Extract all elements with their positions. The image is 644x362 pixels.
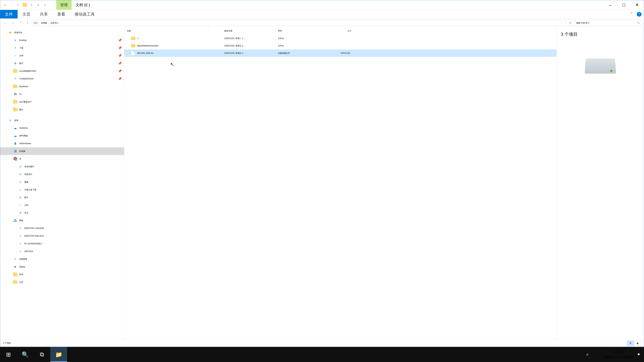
nav-forward-button[interactable]: →: [10, 20, 16, 26]
action-center-icon[interactable]: 💬: [638, 353, 640, 356]
column-date[interactable]: 修改日期: [222, 29, 275, 32]
nav-excel-folder[interactable]: excel表格制作求和📌: [0, 67, 124, 75]
nav-libraries[interactable]: 📚库: [0, 155, 124, 163]
star-icon: ★: [8, 30, 12, 35]
status-bar: 3 个项目 ☰ ▦: [0, 339, 644, 347]
nav-network[interactable]: 🖧网络: [0, 217, 124, 224]
close-x-icon[interactable]: ✕: [29, 2, 34, 7]
onedrive-icon: ☁: [13, 126, 18, 130]
gear-icon[interactable]: ⚙: [36, 2, 41, 7]
tab-share[interactable]: 共享: [35, 10, 52, 18]
list-row[interactable]: 1 2020/12/15, 星期二 1... 文件夹: [124, 35, 556, 42]
taskbar-clock[interactable]: 16:32 2020/12/25, 星期五: [605, 350, 634, 359]
nav-desktop[interactable]: 🖥Desktop📌: [0, 36, 124, 44]
nav-admin[interactable]: 👤Administrator: [0, 140, 124, 147]
nav-net-pc2[interactable]: 🖥DESKTOP-NJEU3CG: [0, 232, 124, 240]
nav-onedrive[interactable]: ☁OneDrive: [0, 124, 124, 132]
nav-pictures2[interactable]: 图片: [0, 106, 124, 113]
qat-sep: |: [9, 2, 14, 7]
list-row-selected[interactable]: Win7x64_2020.iso 2020/12/25, 星期五 1... 光盘…: [124, 49, 556, 57]
checkbox-icon[interactable]: ☑: [16, 2, 21, 7]
nav-up-button[interactable]: ↑: [25, 20, 31, 26]
nav-tianyi[interactable]: ☁天翼云盘下载: [0, 186, 124, 194]
document-icon: 📄: [18, 203, 23, 207]
ribbon-expand-icon[interactable]: ˅: [628, 10, 636, 18]
tray-overflow-icon[interactable]: ˄: [581, 353, 582, 356]
qat-dropdown-icon[interactable]: ▾: [42, 2, 48, 7]
nav-camera-roll[interactable]: 🖼本机照片: [0, 170, 124, 178]
nav-gdrive[interactable]: 💾G:\: [0, 90, 124, 98]
list-row[interactable]: BaiduNetdiskDownload 2020/12/25, 星期五 1..…: [124, 42, 556, 49]
refresh-icon[interactable]: ⟳: [568, 20, 573, 26]
chevron-right-icon[interactable]: ›: [39, 22, 40, 24]
column-type[interactable]: 类型: [275, 29, 320, 32]
address-dropdown-icon[interactable]: ˅: [563, 20, 568, 26]
column-size[interactable]: 大小: [320, 29, 354, 32]
nav-video[interactable]: 🎞视频: [0, 178, 124, 186]
column-name[interactable]: 名称˄: [124, 29, 222, 32]
user-icon: 👤: [13, 141, 18, 146]
chevron-right-icon-2[interactable]: ›: [48, 22, 49, 24]
nav-software[interactable]: 软件: [0, 271, 124, 278]
file-list[interactable]: 名称˄ 修改日期 类型 大小 1 2020/12/15, 星期二 1... 文件…: [124, 27, 556, 339]
window-buttons: – ▢ ✕: [604, 2, 644, 8]
tab-file[interactable]: 文件: [0, 10, 18, 18]
search-button[interactable]: 🔍: [17, 347, 34, 362]
minimize-button[interactable]: –: [604, 2, 617, 8]
icons-view-toggle[interactable]: ▦: [634, 341, 641, 346]
status-item-count: 3 个项目: [3, 342, 11, 345]
nav-win7[interactable]: win7重装win7: [0, 98, 124, 106]
control-panel-icon: 🛠: [13, 257, 18, 261]
help-button[interactable]: ?: [636, 10, 642, 18]
start-button[interactable]: ⊞: [0, 347, 17, 362]
nav-wps[interactable]: ☁WPS网盘: [0, 132, 124, 140]
nav-recent-dropdown[interactable]: ˅: [17, 20, 23, 26]
nav-music[interactable]: 🎵音乐: [0, 209, 124, 217]
chevron-right-icon-3[interactable]: ›: [60, 22, 60, 24]
folder-icon: [131, 44, 135, 47]
folder-icon: [13, 69, 18, 73]
nav-control-panel[interactable]: 🛠控制面板: [0, 255, 124, 263]
clock-time: 16:32: [605, 350, 634, 355]
volume-icon[interactable]: 🔊: [586, 353, 589, 356]
nav-quick-access[interactable]: ★快速访问: [0, 29, 124, 36]
nav-downloads[interactable]: ⬇下载📌: [0, 44, 124, 52]
nav-yunqishi[interactable]: 🛡YUNQISHI2019📌: [0, 75, 124, 83]
maximize-button[interactable]: ▢: [617, 2, 630, 8]
tab-drive-tools[interactable]: 驱动器工具: [70, 10, 100, 18]
close-button[interactable]: ✕: [630, 2, 644, 8]
crumb-current[interactable]: 文档 (E:): [50, 22, 58, 24]
nav-this-pc[interactable]: 🖥此电脑: [0, 147, 124, 155]
nav-net-pc1[interactable]: 🖥DESKTOP-LSSOEDP: [0, 224, 124, 232]
nav-recycle[interactable]: 🗑回收站: [0, 263, 124, 271]
nav-documents2[interactable]: 📄文档: [0, 201, 124, 209]
folder-shortcut-icon[interactable]: [22, 2, 27, 7]
details-view-toggle[interactable]: ☰: [627, 341, 634, 346]
nav-documents[interactable]: 📄文档📌: [0, 52, 124, 59]
folder-icon: [13, 99, 18, 104]
breadcrumb[interactable]: › 此电脑 › 文档 (E:) ›: [32, 20, 562, 26]
navigation-pane[interactable]: ★快速访问 🖥Desktop📌 ⬇下载📌 📄文档📌 🖼图片📌 excel表格制作…: [0, 27, 124, 339]
security-tray-icon[interactable]: 🛡: [599, 353, 601, 356]
nav-pictures3[interactable]: 🖼图片: [0, 194, 124, 201]
search-icon[interactable]: 🔍: [637, 22, 640, 24]
crumb-this-pc[interactable]: 此电脑: [41, 22, 47, 24]
nav-desktop-root[interactable]: 🖥桌面: [0, 116, 124, 124]
nav-bandicam[interactable]: Bandicam: [0, 83, 124, 90]
nav-back-button[interactable]: ←: [2, 20, 8, 26]
nav-saved-pics[interactable]: 🖼保存的图片: [0, 163, 124, 170]
search-input[interactable]: 搜索"文档 (E:)" 🔍: [574, 20, 642, 26]
tab-home[interactable]: 主页: [18, 10, 35, 18]
nav-pictures[interactable]: 🖼图片📌: [0, 59, 124, 67]
picture-icon: 🖼: [13, 61, 18, 66]
column-header-row: 名称˄ 修改日期 类型 大小: [124, 27, 556, 35]
nav-net-pc3[interactable]: 🖥PC-20190530OBLA: [0, 240, 124, 248]
nav-documents3[interactable]: 文件: [0, 278, 124, 286]
explorer-taskbar-button[interactable]: 📁: [50, 347, 67, 362]
tab-view[interactable]: 查看: [52, 10, 70, 18]
task-view-button[interactable]: ⧉: [34, 347, 50, 362]
pc-icon: 🖥: [18, 249, 23, 254]
ime-indicator[interactable]: 中: [593, 353, 595, 356]
taskbar: ⊞ 🔍 ⧉ 📁 ˄ 🔊 中 🛡 16:32 2020/12/25, 星期五 💬: [0, 347, 644, 362]
nav-net-pc4[interactable]: 🖥ZMT2019: [0, 248, 124, 255]
